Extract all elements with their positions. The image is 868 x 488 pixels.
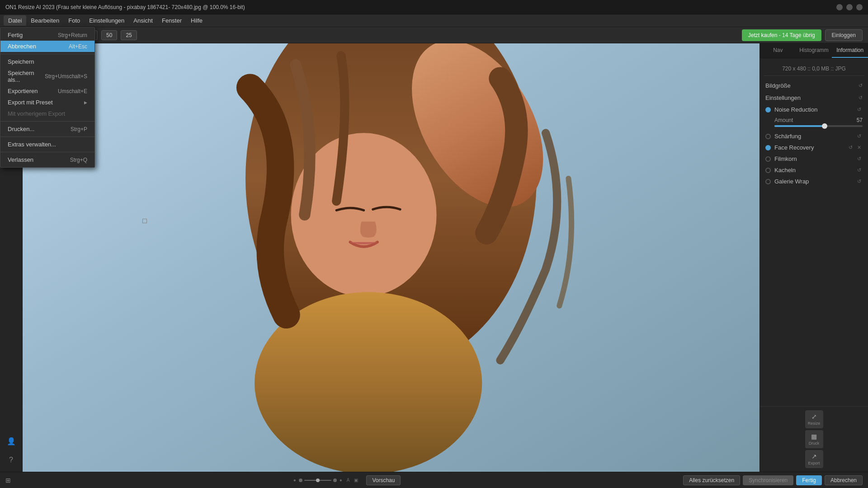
filter-row-noise-reduction[interactable]: Noise Reduction ↺ (764, 104, 864, 115)
vorschau-button[interactable]: Vorschau (366, 475, 401, 485)
canvas-image (23, 43, 760, 472)
face-recovery-close[interactable]: ✕ (856, 144, 863, 151)
menu-bearbeiten[interactable]: Bearbeiten (26, 15, 64, 26)
zoom-control[interactable] (299, 479, 337, 482)
bottom-left-icons: ⊞ (5, 477, 11, 484)
noise-reduction-reset[interactable]: ↺ (856, 106, 863, 113)
schaerfe-dot[interactable] (765, 134, 771, 139)
tab-nav[interactable]: Nav (760, 43, 796, 58)
amount-slider-row: Amount 57 (764, 115, 864, 131)
amount-label-row: Amount 57 (774, 117, 863, 123)
kacheln-reset[interactable]: ↺ (856, 167, 863, 174)
vergroessern-input[interactable] (36, 30, 59, 40)
einstellungen-header: Einstellungen ↺ (764, 92, 864, 104)
close-button[interactable]: ✕ (856, 4, 863, 10)
filter-row-face-recovery[interactable]: Face Recovery ↺ ✕ (764, 142, 864, 153)
resize-action[interactable]: ⤢ Resize (805, 410, 823, 428)
face-recovery-reset[interactable]: ↺ (847, 144, 854, 151)
toolbar: Vergrößern Einpassen 50 25 Jetzt kaufen … (0, 27, 868, 43)
einpassen-button[interactable]: Einpassen (62, 30, 98, 40)
minimize-button[interactable]: — (836, 4, 843, 10)
face-recovery-dot[interactable] (765, 145, 771, 150)
center-circle2: ● (340, 478, 342, 483)
druck-icon: ▦ (811, 433, 817, 440)
buy-button[interactable]: Jetzt kaufen - 14 Tage übrig (742, 29, 821, 41)
menu-ansicht[interactable]: Ansicht (129, 15, 157, 26)
mask-icon: ▣ (354, 478, 358, 483)
zoom-line[interactable] (304, 480, 331, 481)
bildgroesse-header: Bildgröße ↺ (764, 80, 864, 92)
bildgroesse-label: Bildgröße (765, 82, 791, 89)
fertig-button[interactable]: Fertig (796, 475, 822, 485)
alle-zuruecksetzen-button[interactable]: Alles zurücksetzen (683, 475, 740, 485)
title-bar: ON1 Resize AI 2023 (Frau sehr kleine Auf… (0, 0, 868, 14)
selection-marker (142, 219, 147, 223)
canvas-area[interactable] (23, 43, 760, 472)
help-icon[interactable]: ? (3, 452, 19, 468)
hand-tool[interactable]: ✋ (3, 47, 19, 63)
kacheln-dot[interactable] (765, 168, 771, 173)
tab-information[interactable]: Information (832, 43, 868, 58)
amount-value: 57 (857, 117, 863, 123)
amount-slider-thumb[interactable] (822, 123, 827, 129)
einstellungen-reset[interactable]: ↺ (859, 95, 863, 101)
amount-slider-fill (774, 125, 825, 127)
galerie-wrap-reset[interactable]: ↺ (856, 178, 863, 185)
right-content: 720 x 480 :: 0,0 MB :: JPG Bildgröße ↺ E… (760, 58, 868, 406)
menu-einstellungen[interactable]: Einstellungen (85, 15, 129, 26)
menu-datei[interactable]: Datei (4, 15, 26, 26)
schaerfe-actions: ↺ (856, 133, 863, 140)
galerie-wrap-actions: ↺ (856, 178, 863, 185)
menu-bar: Datei Bearbeiten Foto Einstellungen Ansi… (0, 14, 868, 27)
noise-reduction-actions: ↺ (856, 106, 863, 113)
filmkorn-dot[interactable] (765, 156, 771, 162)
maximize-button[interactable]: ❐ (846, 4, 853, 10)
zoom-tool[interactable]: 🔍 (3, 66, 19, 82)
face-recovery-label: Face Recovery (774, 144, 844, 151)
right-tabs: Nav Histogramm Information (760, 43, 868, 58)
abbrechen-button[interactable]: Abbrechen (825, 475, 863, 485)
amount-slider-track[interactable] (774, 125, 863, 127)
left-sidebar: ✋ 🔍 👤 ? (0, 43, 23, 472)
druck-action[interactable]: ▦ Druck (805, 430, 823, 448)
filmkorn-label: Filmkorn (774, 155, 852, 162)
export-icon: ↗ (811, 453, 817, 460)
image-info: 720 x 480 :: 0,0 MB :: JPG (764, 62, 864, 76)
export-label: Export (808, 461, 820, 465)
galerie-wrap-label: Galerie Wrap (774, 178, 852, 185)
zoom-marker (316, 479, 320, 482)
filmkorn-reset[interactable]: ↺ (856, 155, 863, 162)
filter-row-galerie-wrap[interactable]: Galerie Wrap ↺ (764, 176, 864, 187)
export-action[interactable]: ↗ Export (805, 450, 823, 468)
bildgroesse-reset[interactable]: ↺ (859, 83, 863, 89)
grid-icon[interactable]: ⊞ (5, 477, 11, 484)
amount-label: Amount (774, 117, 793, 123)
window-controls: — ❐ ✕ (836, 4, 863, 10)
schaerfe-label: Schärfung (774, 133, 852, 140)
zoom-dot-left (299, 479, 302, 482)
val2-button[interactable]: 50 (101, 30, 117, 40)
title-text: ON1 Resize AI 2023 (Frau sehr kleine Auf… (5, 4, 836, 10)
a-text: A (347, 478, 350, 483)
filter-row-kacheln[interactable]: Kacheln ↺ (764, 164, 864, 176)
noise-reduction-dot[interactable] (765, 107, 771, 113)
einstellungen-label: Einstellungen (765, 94, 801, 101)
filter-row-schaerfe[interactable]: Schärfung ↺ (764, 131, 864, 142)
galerie-wrap-dot[interactable] (765, 179, 771, 184)
main-layout: ✋ 🔍 👤 ? (0, 43, 868, 472)
filter-row-filmkorn[interactable]: Filmkorn ↺ (764, 153, 864, 164)
val3-button[interactable]: 25 (121, 30, 137, 40)
user-icon[interactable]: 👤 (3, 433, 19, 449)
bottom-right: Alles zurücksetzen Synchronisieren Ferti… (683, 475, 863, 485)
login-button[interactable]: Einloggen (825, 29, 863, 41)
schaerfe-reset[interactable]: ↺ (856, 133, 863, 140)
face-recovery-actions: ↺ ✕ (847, 144, 863, 151)
vergroessern-label: Vergrößern (5, 32, 33, 38)
tab-histogramm[interactable]: Histogramm (796, 43, 832, 58)
menu-fenster[interactable]: Fenster (157, 15, 186, 26)
toolbar-right: Jetzt kaufen - 14 Tage übrig Einloggen (742, 29, 863, 41)
right-panel: Nav Histogramm Information 720 x 480 :: … (760, 43, 868, 472)
menu-hilfe[interactable]: Hilfe (186, 15, 207, 26)
synchronisieren-button[interactable]: Synchronisieren (743, 475, 793, 485)
menu-foto[interactable]: Foto (64, 15, 85, 26)
